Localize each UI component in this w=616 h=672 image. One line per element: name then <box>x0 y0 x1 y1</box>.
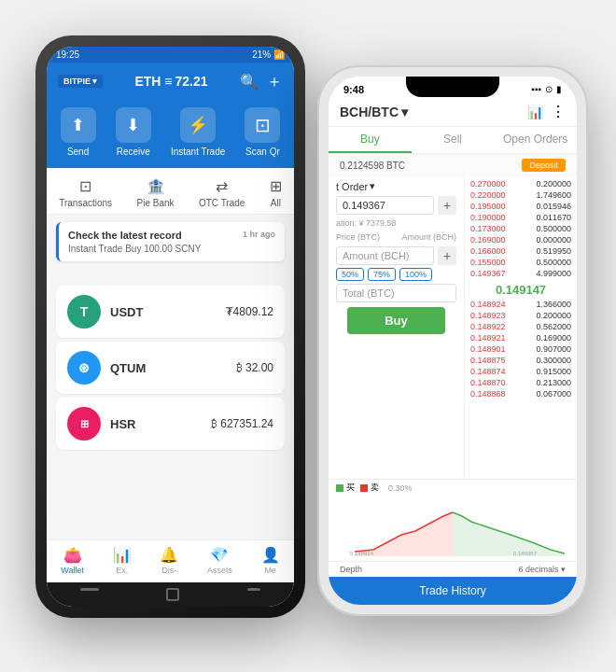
buy-button[interactable]: Buy <box>347 307 445 334</box>
amount-field[interactable]: Amount (BCH) <box>336 246 434 265</box>
ask-row: 0.169000 0.000000 <box>469 234 573 245</box>
svg-text:0.149367: 0.149367 <box>513 551 538 556</box>
amount-plus-button[interactable]: + <box>438 246 456 265</box>
tab-buy[interactable]: Buy <box>329 127 412 153</box>
total-field[interactable]: Total (BTC) <box>336 284 456 302</box>
hsr-asset-row[interactable]: ⊞ HSR ₿ 627351.24 <box>56 398 285 450</box>
transactions-nav[interactable]: ⊡ Transactions <box>59 177 112 208</box>
percent-buttons: 50% 75% 100% <box>336 268 456 281</box>
depth-decimals[interactable]: 6 decimals ▾ <box>518 565 566 574</box>
otc-trade-icon: ⇄ <box>216 177 228 195</box>
chart-icon[interactable]: 📊 <box>527 105 543 119</box>
order-form: t Order ▾ 0.149367 + ation: ¥ 7379.58 Pr… <box>329 176 465 479</box>
transactions-icon: ⊡ <box>79 177 91 195</box>
iphone-status-bar: 9:48 ▪▪▪ ⊙ ▮ <box>329 77 577 97</box>
pct-75-button[interactable]: 75% <box>368 268 396 281</box>
hsr-name: HSR <box>110 417 202 431</box>
price-field[interactable]: 0.149367 <box>336 196 434 215</box>
pct-50-button[interactable]: 50% <box>336 268 364 281</box>
discover-nav[interactable]: 🔔 Dis- <box>160 546 178 575</box>
wallet-icon: 👛 <box>63 546 82 564</box>
scan-qr-icon: ⊡ <box>245 107 280 143</box>
hsr-icon: ⊞ <box>67 407 101 441</box>
back-button[interactable] <box>80 588 99 591</box>
depth-label: Depth <box>340 565 362 574</box>
pct-100-button[interactable]: 100% <box>399 268 432 281</box>
instant-trade-icon: ⚡ <box>180 107 216 143</box>
deposit-button[interactable]: Deposit <box>522 159 566 172</box>
ask-row: 0.220000 1.749600 <box>469 189 573 201</box>
assets-nav[interactable]: 💎 Assets <box>207 546 232 575</box>
wifi-icon: ⊙ <box>545 84 553 94</box>
qtum-name: QTUM <box>110 361 227 375</box>
android-nav-row: ⊡ Transactions 🏦 Pie Bank ⇄ OTC Trade ⊞ … <box>47 168 294 215</box>
signal-icon: ▪▪▪ <box>531 84 541 94</box>
ask-row: 0.155000 0.500000 <box>469 257 573 268</box>
iphone-time: 9:48 <box>343 84 364 95</box>
order-book: 0.270000 0.200000 0.220000 1.749600 0.19… <box>465 176 577 479</box>
all-nav[interactable]: ⊞ All <box>270 177 282 208</box>
tab-sell[interactable]: Sell <box>412 127 495 153</box>
ask-row: 0.149367 4.999000 <box>469 268 573 279</box>
send-action[interactable]: ⬆ Send <box>61 107 96 157</box>
ask-row: 0.195000 0.015946 <box>469 201 573 212</box>
chart-svg: 0.148924 0.149367 <box>336 496 569 556</box>
bid-row: 0.148923 0.200000 <box>469 310 573 321</box>
android-time: 19:25 <box>56 49 79 60</box>
ask-row: 0.173000 0.500000 <box>469 223 573 234</box>
wallet-nav[interactable]: 👛 Wallet <box>61 546 84 575</box>
center-price: 0.149147 <box>469 279 573 299</box>
bid-row: 0.148870 0.213000 <box>469 377 573 388</box>
order-type-label[interactable]: t Order ▾ <box>336 180 456 192</box>
notification-title: Check the latest record 1 hr ago <box>68 230 275 241</box>
svg-marker-1 <box>453 512 565 556</box>
bids-list: 0.148924 1.366000 0.148923 0.200000 0.14… <box>469 299 573 399</box>
spacer <box>47 269 294 280</box>
notification-card[interactable]: Check the latest record 1 hr ago Instant… <box>56 222 285 261</box>
send-icon: ⬆ <box>61 107 96 143</box>
more-icon[interactable]: ⋮ <box>551 103 566 120</box>
deposit-btc-amount: 0.2124598 BTC <box>340 161 405 171</box>
quick-actions: ⬆ Send ⬇ Receive ⚡ Instant Trade ⊡ Scan … <box>47 100 294 168</box>
me-nav[interactable]: 👤 Me <box>261 546 280 575</box>
eth-balance-display: ETH ≡ 72.21 <box>134 74 207 89</box>
trading-pair[interactable]: BCH/BTC ▾ <box>340 105 408 119</box>
battery-icon: ▮ <box>556 84 562 94</box>
bid-row: 0.148875 0.300000 <box>469 355 573 366</box>
iphone-notch <box>406 77 499 97</box>
pie-bank-nav[interactable]: 🏦 Pie Bank <box>136 177 174 208</box>
bitpie-logo[interactable]: BITPIE ▾ <box>58 75 103 88</box>
android-battery: 21% 📶 <box>252 49 285 60</box>
trade-history-button[interactable]: Trade History <box>329 577 577 605</box>
otc-trade-nav[interactable]: ⇄ OTC Trade <box>199 177 245 208</box>
exchange-nav[interactable]: 📊 Ex. <box>113 546 132 575</box>
deposit-row: 0.2124598 BTC Deposit <box>329 154 577 176</box>
profile-icon: 👤 <box>261 546 280 564</box>
iphone: 9:48 ▪▪▪ ⊙ ▮ BCH/BTC ▾ 📊 ⋮ <box>317 65 588 616</box>
bid-row: 0.148922 0.562000 <box>469 321 573 332</box>
discover-icon: 🔔 <box>160 546 178 564</box>
receive-action[interactable]: ⬇ Receive <box>116 107 151 157</box>
search-icon[interactable]: 🔍 <box>240 73 259 91</box>
buy-legend-label: 买 <box>346 482 355 494</box>
tab-open-orders[interactable]: Open Orders <box>494 127 577 153</box>
home-button[interactable] <box>166 588 179 601</box>
ask-row: 0.166000 0.519950 <box>469 245 573 257</box>
price-plus-button[interactable]: + <box>438 196 456 215</box>
chevron-down-icon: ▾ <box>370 180 375 192</box>
qtum-balance: ₿ 32.00 <box>236 361 273 374</box>
usdt-asset-row[interactable]: T USDT ₮4809.12 <box>56 286 285 338</box>
qtum-asset-row[interactable]: ⊛ QTUM ₿ 32.00 <box>56 342 285 394</box>
bid-row: 0.148874 0.915000 <box>469 366 573 377</box>
scan-qr-action[interactable]: ⊡ Scan Qr <box>245 107 280 157</box>
trade-header-icons: 📊 ⋮ <box>527 103 566 120</box>
add-icon[interactable]: ＋ <box>266 70 283 92</box>
header-icons: 🔍 ＋ <box>240 70 283 92</box>
trade-tabs: Buy Sell Open Orders <box>329 127 577 154</box>
chevron-down-icon: ▾ <box>561 565 566 574</box>
iphone-status-icons: ▪▪▪ ⊙ ▮ <box>531 84 562 94</box>
all-icon: ⊞ <box>270 177 282 195</box>
spread-label: 0.30% <box>388 483 413 493</box>
recents-button[interactable] <box>247 588 260 591</box>
instant-trade-action[interactable]: ⚡ Instant Trade <box>171 107 225 157</box>
